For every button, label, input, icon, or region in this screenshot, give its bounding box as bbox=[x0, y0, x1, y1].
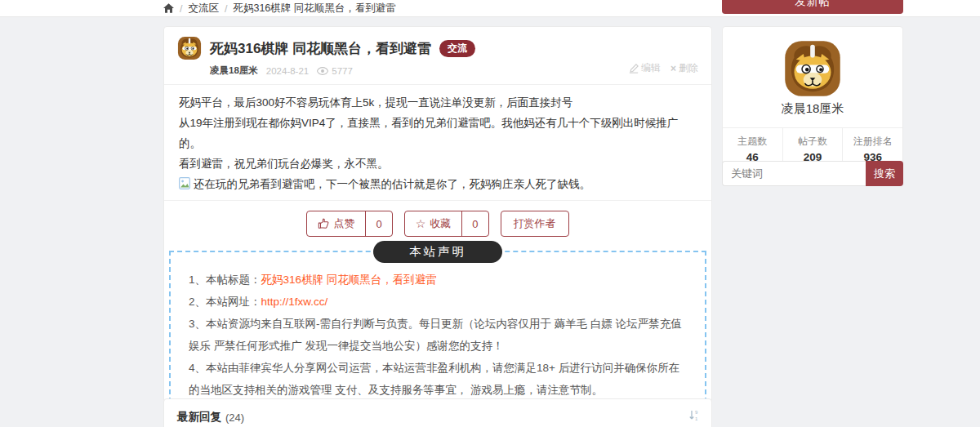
site-declaration-box: 本站声明 1、本帖标题：死妈316棋牌 同花顺黑台，看到避雷 2、本站网址：ht… bbox=[169, 251, 706, 411]
svg-text:1: 1 bbox=[695, 416, 698, 421]
delete-icon: × bbox=[670, 63, 676, 74]
declaration-item: 1、本帖标题：死妈316棋牌 同花顺黑台，看到避雷 bbox=[189, 269, 687, 291]
edit-icon bbox=[629, 64, 639, 73]
favorite-count: 0 bbox=[461, 211, 488, 236]
profile-username[interactable]: 凌晨18厘米 bbox=[723, 101, 902, 117]
post-paragraph: 死妈平台，最后300好不容易玩体育上5k，提现一直说注单没更新，后面直接封号 bbox=[179, 92, 697, 113]
eye-icon bbox=[317, 67, 328, 75]
site-url-link[interactable]: http://1fxw.cc/ bbox=[261, 296, 328, 308]
breadcrumb-item-forum[interactable]: 交流区 bbox=[188, 2, 219, 16]
broken-image-icon bbox=[179, 177, 190, 189]
sort-icon[interactable]: 91 bbox=[688, 410, 698, 425]
post-paragraph: 看到避雷，祝兄弟们玩台必爆奖，永不黑。 bbox=[179, 153, 697, 174]
post-card: 死妈316棋牌 同花顺黑台，看到避雷 交流 凌晨18厘米 2024-8-21 5… bbox=[163, 26, 712, 420]
profile-avatar[interactable] bbox=[783, 39, 842, 98]
delete-button[interactable]: × 删除 bbox=[670, 61, 698, 75]
post-header: 死妈316棋牌 同花顺黑台，看到避雷 交流 凌晨18厘米 2024-8-21 5… bbox=[164, 27, 711, 85]
star-icon: ☆ bbox=[416, 218, 426, 229]
like-count: 0 bbox=[365, 211, 391, 236]
declaration-title: 本站声明 bbox=[373, 241, 502, 263]
replies-title: 最新回复 bbox=[177, 410, 221, 425]
post-body: 死妈平台，最后300好不容易玩体育上5k，提现一直说注单没更新，后面直接封号 从… bbox=[164, 85, 711, 201]
post-category-badge[interactable]: 交流 bbox=[439, 40, 475, 57]
like-button[interactable]: 点赞 0 bbox=[306, 211, 392, 237]
declaration-item: 3、本站资源均来自互联网-需自行判断与负责。每日更新（论坛内容仅用于 薅羊毛 白… bbox=[189, 313, 687, 357]
thumbs-up-icon bbox=[318, 218, 329, 229]
favorite-button[interactable]: ☆ 收藏 0 bbox=[404, 211, 489, 237]
search-input[interactable] bbox=[722, 161, 866, 186]
author-profile-card: 凌晨18厘米 主题数 46 帖子数 209 注册排名 936 bbox=[722, 26, 903, 171]
post-date: 2024-8-21 bbox=[266, 66, 309, 76]
post-paragraph: 从19年注册到现在都你妈VIP4了，直接黑，看到的兄弟们避雷吧。我他妈还有几十个… bbox=[179, 113, 697, 153]
breadcrumb-separator: / bbox=[225, 3, 227, 15]
new-post-button[interactable]: 发新帖 bbox=[722, 0, 903, 14]
search-button[interactable]: 搜索 bbox=[866, 161, 903, 186]
replies-count: (24) bbox=[225, 411, 244, 424]
breadcrumb: / 交流区 / 死妈316棋牌 同花顺黑台，看到避雷 bbox=[163, 0, 396, 17]
edit-button[interactable]: 编辑 bbox=[629, 61, 661, 75]
declaration-item: 2、本站网址：http://1fxw.cc/ bbox=[189, 291, 687, 313]
post-meta: 凌晨18厘米 2024-8-21 5777 bbox=[210, 64, 698, 77]
post-author-avatar[interactable] bbox=[177, 36, 202, 60]
breadcrumb-item-current: 死妈316棋牌 同花顺黑台，看到避雷 bbox=[233, 2, 395, 16]
post-title-link[interactable]: 死妈316棋牌 同花顺黑台，看到避雷 bbox=[261, 274, 437, 286]
sidebar-search: 搜索 bbox=[722, 161, 903, 186]
post-author-name[interactable]: 凌晨18厘米 bbox=[210, 64, 258, 77]
post-title: 死妈316棋牌 同花顺黑台，看到避雷 bbox=[210, 39, 431, 58]
post-views: 5777 bbox=[317, 66, 353, 76]
reward-author-button[interactable]: 打赏作者 bbox=[501, 211, 569, 237]
replies-card: 最新回复 (24) 91 bbox=[163, 398, 712, 427]
declaration-item: 4、本站由菲律宾华人分享网公司运营，本站运营非盈利机构，请您满足18+ 后进行访… bbox=[189, 357, 687, 401]
svg-text:9: 9 bbox=[695, 410, 698, 415]
home-icon[interactable] bbox=[163, 4, 174, 13]
breadcrumb-separator: / bbox=[180, 3, 182, 15]
post-paragraph: 还在玩的兄弟看到避雷吧，下一个被黑的估计就是你了，死妈狗庄亲人死了缺钱。 bbox=[179, 174, 697, 194]
